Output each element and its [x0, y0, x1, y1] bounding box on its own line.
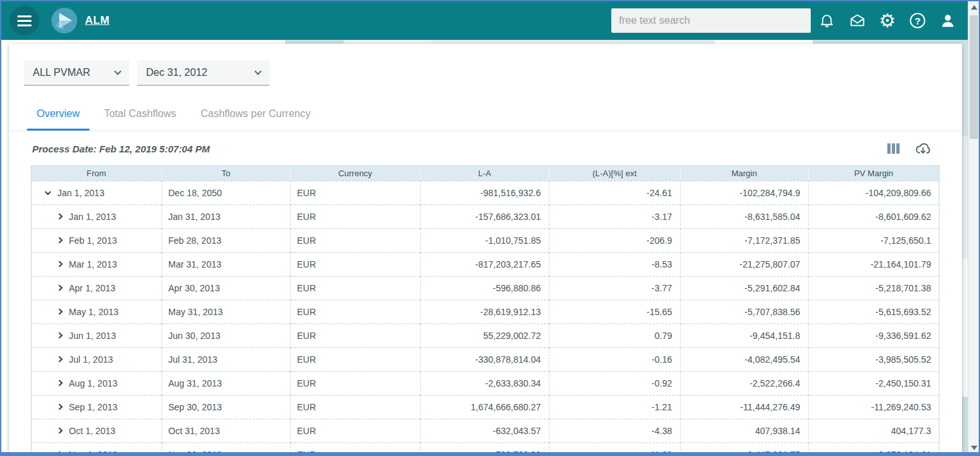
chevron-right-icon[interactable]	[57, 428, 63, 434]
column-header-l-a[interactable]: L-A	[420, 166, 549, 181]
person-icon[interactable]	[939, 12, 957, 30]
pv-margin-value: -9,336,591.62	[808, 324, 939, 347]
margin-value: -9,454,151.8	[680, 324, 808, 347]
pv-margin-value: -5,615,693.52	[808, 300, 939, 324]
margin-value: 407,938.14	[680, 419, 808, 442]
from-date: Jan 1, 2013	[69, 212, 116, 222]
portfolio-dropdown[interactable]: ALL PVMAR	[24, 60, 129, 86]
app-title-link[interactable]: ALM	[85, 14, 109, 27]
la-value: 55,229,002.72	[420, 324, 549, 347]
scrollbar-thumb[interactable]	[970, 15, 978, 139]
margin-value: -11,444,276.49	[680, 395, 808, 419]
table-header-row: FromToCurrencyL-A(L-A)[%] extMarginPV Ma…	[32, 166, 939, 181]
from-date: May 1, 2013	[69, 307, 118, 317]
la-value: -817,203,217.65	[420, 252, 549, 276]
currency-value: EUR	[290, 205, 420, 228]
la-pct-ext-value: -3.77	[549, 276, 680, 300]
date-dropdown-value: Dec 31, 2012	[146, 67, 255, 78]
chevron-right-icon[interactable]	[57, 237, 63, 244]
column-header-currency[interactable]: Currency	[290, 166, 420, 181]
to-date: Dec 18, 2050	[162, 181, 290, 205]
table-row: Jan 1, 2013Jan 31, 2013EUR-157,686,323.0…	[32, 205, 939, 228]
currency-value: EUR	[290, 395, 420, 419]
from-date: Apr 1, 2013	[69, 283, 115, 293]
margin-value: -21,275,807.07	[680, 252, 808, 276]
search-input[interactable]	[611, 8, 811, 33]
table-row: Oct 1, 2013Oct 31, 2013EUR-632,043.57-4.…	[32, 419, 939, 442]
envelope-icon[interactable]	[848, 12, 866, 30]
la-value: -330,878,814.04	[420, 347, 549, 371]
currency-value: EUR	[290, 252, 420, 276]
chevron-right-icon[interactable]	[57, 404, 63, 410]
hamburger-menu-button[interactable]	[10, 6, 39, 35]
chevron-right-icon[interactable]	[57, 214, 63, 220]
chevron-down-icon	[254, 68, 261, 75]
hamburger-icon	[17, 15, 32, 17]
table-row: Feb 1, 2013Feb 28, 2013EUR-1,010,751.85-…	[32, 228, 939, 252]
table-row: Jan 1, 2013Dec 18, 2050EUR-981,516,932.6…	[32, 181, 939, 205]
topbar-icon-group: ⚙ ?	[818, 1, 957, 40]
column-header-l-a-ext[interactable]: (L-A)[%] ext	[549, 166, 680, 181]
column-header-margin[interactable]: Margin	[680, 166, 808, 181]
tab-cashflows-per-currency[interactable]: Cashflows per Currency	[191, 99, 320, 131]
currency-value: EUR	[290, 181, 420, 205]
to-date: Feb 28, 2013	[162, 228, 290, 252]
la-value: -28,619,912.13	[420, 300, 549, 324]
bell-icon[interactable]	[818, 12, 836, 30]
gear-icon[interactable]: ⚙	[878, 12, 896, 30]
currency-value: EUR	[290, 419, 420, 442]
table-row: Apr 1, 2013Apr 30, 2013EUR-596,880.86-3.…	[32, 276, 939, 300]
chevron-right-icon[interactable]	[57, 356, 63, 363]
tab-bar: Overview Total Cashflows Cashflows per C…	[9, 99, 962, 131]
table-row: Jul 1, 2013Jul 31, 2013EUR-330,878,814.0…	[32, 347, 939, 371]
la-value: -632,043.57	[420, 419, 549, 442]
cloud-download-icon[interactable]	[915, 141, 931, 156]
margin-value: -7,172,371.85	[680, 228, 808, 252]
table-row: Aug 1, 2013Aug 31, 2013EUR-2,633,830.34-…	[32, 371, 939, 395]
la-value: 1,674,666,680.27	[420, 395, 549, 419]
la-value: -2,633,830.34	[420, 371, 549, 395]
table-row: Sep 1, 2013Sep 30, 2013EUR1,674,666,680.…	[32, 395, 939, 419]
column-header-pv-margin[interactable]: PV Margin	[808, 166, 939, 181]
to-date: May 31, 2013	[162, 300, 290, 324]
chevron-down-icon[interactable]	[45, 188, 51, 195]
chevron-right-icon[interactable]	[57, 380, 63, 387]
chevron-right-icon[interactable]	[57, 451, 63, 456]
date-dropdown[interactable]: Dec 31, 2012	[137, 60, 270, 86]
process-date-label: Process Date: Feb 12, 2019 5:07:04 PM	[32, 143, 887, 154]
pv-margin-value: -11,269,240.53	[808, 395, 939, 419]
pv-margin-value: -21,164,101.79	[808, 252, 939, 276]
tab-total-cashflows[interactable]: Total Cashflows	[95, 99, 186, 131]
scrollbar-up-arrow-icon[interactable]	[971, 5, 977, 10]
columns-icon[interactable]	[887, 143, 900, 154]
column-header-from[interactable]: From	[32, 166, 162, 181]
to-date: Apr 30, 2013	[162, 276, 290, 300]
chevron-right-icon[interactable]	[57, 309, 63, 315]
to-date: Jul 31, 2013	[162, 347, 290, 371]
column-header-to[interactable]: To	[162, 166, 290, 181]
la-value: -1,010,751.85	[420, 228, 549, 252]
la-value: -981,516,932.6	[420, 181, 549, 205]
currency-value: EUR	[290, 371, 420, 395]
table-row: May 1, 2013May 31, 2013EUR-28,619,912.13…	[32, 300, 939, 324]
la-value: -157,686,323.01	[420, 205, 549, 228]
tab-overview[interactable]: Overview	[27, 99, 89, 131]
pv-margin-value: -2,450,150.31	[808, 371, 939, 395]
top-navigation-bar: ALM ⚙ ?	[1, 1, 979, 40]
from-date: Jan 1, 2013	[57, 188, 104, 198]
la-pct-ext-value: -8.53	[549, 252, 680, 276]
table-row: Mar 1, 2013Mar 31, 2013EUR-817,203,217.6…	[32, 252, 939, 276]
cashflow-table: FromToCurrencyL-A(L-A)[%] extMarginPV Ma…	[31, 165, 939, 456]
from-date: Oct 1, 2013	[69, 426, 115, 436]
chevron-right-icon[interactable]	[57, 261, 63, 268]
help-icon[interactable]: ?	[909, 12, 927, 30]
from-date: Sep 1, 2013	[69, 402, 118, 412]
to-date: Oct 31, 2013	[162, 419, 290, 442]
from-date: Jul 1, 2013	[69, 354, 113, 365]
scrollbar-down-arrow-icon[interactable]	[971, 446, 977, 450]
to-date: Sep 30, 2013	[162, 395, 290, 419]
chevron-right-icon[interactable]	[57, 285, 63, 291]
chevron-right-icon[interactable]	[57, 333, 63, 339]
table-toolbar: Process Date: Feb 12, 2019 5:07:04 PM	[9, 132, 962, 165]
vertical-scrollbar[interactable]	[968, 1, 979, 453]
